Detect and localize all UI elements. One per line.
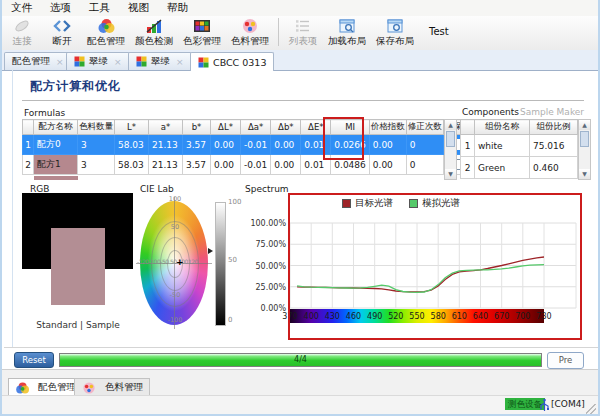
svg-text:610: 610 (452, 312, 467, 321)
cell: 0.00 (271, 155, 301, 175)
column-header[interactable]: b* (183, 120, 211, 135)
scroll-down-icon[interactable]: ▼ (445, 169, 456, 179)
close-icon[interactable]: × (114, 57, 122, 67)
svg-text:550: 550 (409, 312, 424, 321)
bottom-tab-bar: 配色管理色料管理 (2, 369, 598, 396)
corner-header (461, 120, 475, 135)
menu-item-3[interactable]: 工具 (80, 0, 119, 16)
lightness-bar[interactable] (215, 202, 226, 326)
menu-item-2[interactable]: 选项 (41, 0, 80, 16)
menu-bar: 文件选项工具视图帮助 (2, 0, 598, 17)
cell: 58.03 (115, 135, 149, 155)
svg-text:640: 640 (473, 312, 488, 321)
column-header[interactable]: 修正次数 (406, 120, 443, 135)
load-layout-icon (337, 17, 357, 35)
svg-text:75.00%: 75.00% (255, 240, 286, 249)
reset-button[interactable]: Reset (14, 352, 54, 368)
component-ratio-cell: 75.016 (530, 135, 578, 157)
cell: 3 (78, 135, 115, 155)
scroll-thumb[interactable] (446, 131, 455, 147)
toolbar-button-color-manage[interactable]: 色彩管理 (178, 16, 226, 49)
scroll-up-icon[interactable]: ▲ (579, 120, 590, 130)
cielab-b-axis-label: -50 (165, 291, 185, 299)
svg-text:460: 460 (346, 312, 361, 321)
color-manage-icon (192, 17, 212, 35)
svg-text:50.00%: 50.00% (255, 262, 286, 271)
column-header[interactable]: Δa* (241, 120, 271, 135)
cielab-b-axis-label: 100 (165, 195, 185, 203)
row-number: 1 (461, 135, 475, 157)
colorant-manage-icon (240, 17, 260, 35)
cell: 3.57 (183, 135, 211, 155)
bottom-tab-1[interactable]: 配色管理 (8, 378, 83, 396)
toolbar-button-disconnect[interactable]: 断开 (42, 16, 82, 49)
application-window: 文件选项工具视图帮助 连接断开配色管理颜色检测色彩管理色料管理列表项加载布局保存… (0, 0, 600, 416)
svg-text:670: 670 (494, 312, 509, 321)
column-header[interactable]: L* (115, 120, 149, 135)
doc-tab-label: 翠绿 (151, 55, 170, 68)
color-matching-icon (97, 17, 116, 35)
cell: 0.01 (301, 155, 331, 175)
doc-tab-3[interactable]: 翠绿× (128, 52, 192, 70)
column-header[interactable]: 价格指数 (369, 120, 406, 135)
cell: 0.00 (211, 155, 241, 175)
com-port-label: [COM4] (551, 399, 585, 409)
pre-button[interactable]: Pre (547, 352, 584, 369)
table-row[interactable]: 1配方0358.0321.133.570.00-0.010.000.010.02… (23, 135, 472, 155)
sample-maker-tab[interactable]: Sample Maker (520, 107, 584, 117)
menu-item-5[interactable]: 帮助 (158, 0, 197, 16)
close-icon[interactable]: × (176, 57, 184, 67)
components-scrollbar[interactable]: ▲ ▼ (578, 119, 591, 180)
column-header[interactable]: 组份比例 (530, 120, 578, 135)
column-header[interactable]: 组份名称 (475, 120, 530, 135)
toolbar-button-connect[interactable]: 连接 (2, 16, 42, 49)
menu-item-1[interactable]: 文件 (2, 0, 41, 16)
toolbar-button-list-items[interactable]: 列表项 (283, 16, 323, 49)
column-header[interactable]: ΔL* (211, 120, 241, 135)
toolbar-button-label: 色彩管理 (183, 35, 221, 47)
progress-bar: 4/4 (59, 353, 542, 367)
toolbar-button-colorant-manage[interactable]: 色料管理 (226, 16, 274, 49)
lightness-marker-icon (208, 248, 213, 254)
usb-icon (539, 397, 550, 416)
resize-grip[interactable] (586, 404, 596, 414)
cielab-b-axis-label: -100 (165, 316, 185, 324)
color-detect-icon (144, 17, 164, 35)
svg-text:400: 400 (304, 312, 319, 321)
doc-tab-1[interactable]: 配色管理× (4, 52, 72, 70)
toolbar-separator (278, 18, 279, 46)
close-icon[interactable]: × (56, 57, 64, 67)
svg-text:25.00%: 25.00% (255, 283, 286, 292)
scroll-up-icon[interactable]: ▲ (445, 120, 456, 130)
components-tab[interactable]: Components (462, 107, 519, 117)
column-header[interactable]: Δb* (271, 120, 301, 135)
sample-color-swatch (51, 228, 105, 305)
column-header[interactable]: a* (149, 120, 183, 135)
toolbar-button-color-detect[interactable]: 颜色检测 (130, 16, 178, 49)
menu-item-4[interactable]: 视图 (119, 0, 158, 16)
formulas-scrollbar[interactable]: ▲ ▼ (444, 119, 457, 180)
svg-text:430: 430 (325, 312, 340, 321)
table-row[interactable]: 2配方1358.0321.133.570.00-0.010.000.010.04… (23, 155, 472, 175)
column-header[interactable]: 色料数量 (78, 120, 115, 135)
toolbar-button-save-layout[interactable]: 保存布局 (371, 16, 419, 49)
cielab-panel-label: CIE Lab (140, 184, 174, 194)
column-header[interactable]: 配方名称 (34, 120, 78, 135)
corner-header (23, 120, 34, 135)
scroll-thumb[interactable] (580, 131, 589, 147)
table-row[interactable]: 1white75.016 (461, 135, 578, 157)
doc-tab-2[interactable]: 翠绿× (66, 52, 130, 70)
column-header[interactable]: ΔE* (301, 120, 331, 135)
cell: 0.0266 (331, 135, 370, 155)
doc-tab-4[interactable]: CBCC 0313 (190, 52, 274, 71)
table-row[interactable]: 2Green0.460 (461, 157, 578, 179)
scroll-down-icon[interactable]: ▼ (579, 169, 590, 179)
cell: -0.01 (241, 155, 271, 175)
status-bar: 测色设备 [COM4] (2, 395, 598, 416)
list-items-icon (293, 17, 313, 35)
column-header[interactable]: MI (331, 120, 370, 135)
toolbar-button-label: 列表项 (289, 35, 318, 47)
toolbar-button-load-layout[interactable]: 加载布局 (323, 16, 371, 49)
toolbar-button-color-matching[interactable]: 配色管理 (82, 16, 130, 49)
svg-text:520: 520 (388, 312, 403, 321)
